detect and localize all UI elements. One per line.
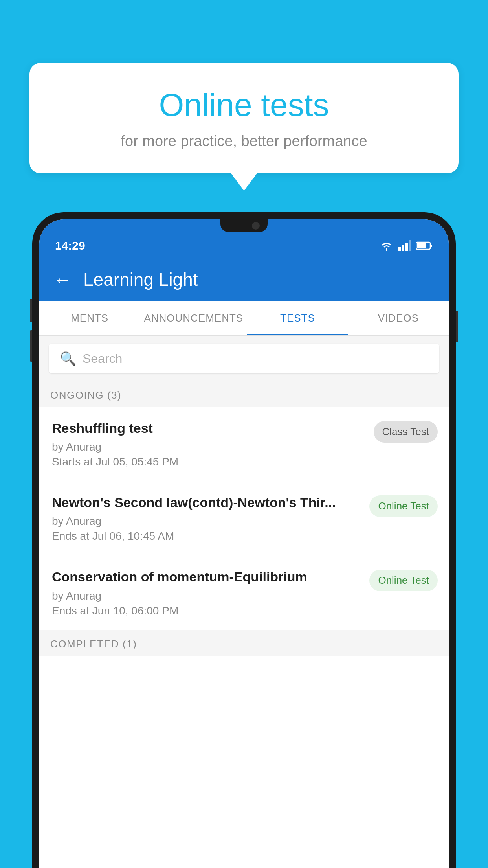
test-time: Starts at Jul 05, 05:45 PM bbox=[52, 456, 366, 468]
phone-frame: 14:29 bbox=[32, 212, 456, 868]
svg-rect-2 bbox=[405, 243, 408, 251]
speech-bubble: Online tests for more practice, better p… bbox=[29, 63, 459, 173]
test-name: Reshuffling test bbox=[52, 419, 366, 437]
test-info: Newton's Second law(contd)-Newton's Thir… bbox=[52, 494, 361, 542]
app-title: Learning Light bbox=[83, 269, 198, 290]
speech-bubble-subtitle: for more practice, better performance bbox=[61, 133, 427, 150]
wifi-icon bbox=[380, 240, 394, 251]
test-item[interactable]: Newton's Second law(contd)-Newton's Thir… bbox=[39, 481, 449, 555]
search-bar[interactable]: 🔍 Search bbox=[49, 344, 439, 373]
speech-bubble-container: Online tests for more practice, better p… bbox=[29, 63, 459, 173]
test-info: Conservation of momentum-Equilibrium by … bbox=[52, 568, 361, 617]
ongoing-section-header: ONGOING (3) bbox=[39, 381, 449, 407]
phone-notch bbox=[220, 219, 268, 232]
back-button[interactable]: ← bbox=[53, 269, 72, 290]
svg-rect-5 bbox=[430, 245, 432, 247]
test-name: Newton's Second law(contd)-Newton's Thir… bbox=[52, 494, 361, 511]
search-placeholder: Search bbox=[83, 351, 122, 366]
search-container: 🔍 Search bbox=[39, 336, 449, 381]
battery-icon bbox=[416, 241, 433, 250]
test-item[interactable]: Conservation of momentum-Equilibrium by … bbox=[39, 555, 449, 630]
test-author: by Anurag bbox=[52, 590, 361, 602]
test-badge-class: Class Test bbox=[374, 421, 438, 443]
test-name: Conservation of momentum-Equilibrium bbox=[52, 568, 361, 585]
volume-down-button bbox=[30, 330, 32, 362]
test-time: Ends at Jul 06, 10:45 AM bbox=[52, 530, 361, 542]
tab-videos[interactable]: VIDEOS bbox=[348, 301, 449, 335]
svg-rect-6 bbox=[417, 243, 426, 248]
tab-announcements[interactable]: ANNOUNCEMENTS bbox=[140, 301, 247, 335]
svg-rect-1 bbox=[402, 245, 404, 251]
tab-bar: MENTS ANNOUNCEMENTS TESTS VIDEOS bbox=[39, 301, 449, 336]
status-time: 14:29 bbox=[55, 239, 85, 252]
search-icon: 🔍 bbox=[60, 351, 76, 366]
power-button bbox=[456, 311, 458, 342]
app-header: ← Learning Light bbox=[39, 258, 449, 301]
front-camera bbox=[252, 222, 260, 230]
test-item[interactable]: Reshuffling test by Anurag Starts at Jul… bbox=[39, 407, 449, 481]
test-badge-online: Online Test bbox=[369, 495, 438, 517]
tab-tests[interactable]: TESTS bbox=[247, 301, 348, 335]
status-bar: 14:29 bbox=[39, 232, 449, 258]
test-author: by Anurag bbox=[52, 515, 361, 528]
svg-rect-0 bbox=[398, 247, 401, 251]
test-author: by Anurag bbox=[52, 441, 366, 453]
signal-icon bbox=[398, 240, 411, 251]
speech-bubble-title: Online tests bbox=[61, 86, 427, 123]
volume-up-button bbox=[30, 299, 32, 322]
test-time: Ends at Jun 10, 06:00 PM bbox=[52, 605, 361, 617]
completed-section-header: COMPLETED (1) bbox=[39, 630, 449, 656]
status-icons bbox=[380, 240, 433, 251]
phone-screen: 14:29 bbox=[39, 219, 449, 868]
test-badge-online: Online Test bbox=[369, 570, 438, 591]
svg-rect-3 bbox=[409, 240, 411, 251]
tab-ments[interactable]: MENTS bbox=[39, 301, 140, 335]
test-info: Reshuffling test by Anurag Starts at Jul… bbox=[52, 419, 366, 468]
test-list: Reshuffling test by Anurag Starts at Jul… bbox=[39, 407, 449, 868]
